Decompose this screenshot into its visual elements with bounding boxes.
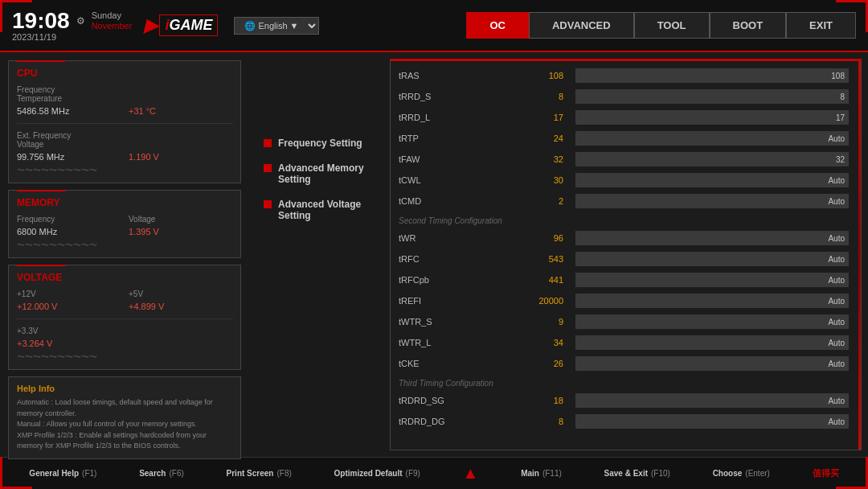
footer-optimized-label: Optimized Default [334, 469, 403, 478]
footer-main-key: (F11) [542, 469, 562, 478]
timing-bar: Auto [575, 194, 849, 208]
table-row[interactable]: tRRD_L 17 17 [399, 107, 849, 128]
v33-label: +3.3V [17, 327, 121, 335]
mem-freq-value: 6800 MHz [17, 227, 121, 236]
footer-help-label: General Help [29, 469, 79, 478]
timing-bar: 8 [575, 89, 849, 104]
corner-tr [836, 0, 868, 32]
nav-advanced-button[interactable]: ADVANCED [529, 12, 634, 39]
cpu-temp-value: +31 °C [129, 106, 232, 116]
timing-value: 441 [511, 275, 575, 285]
footer-choose-label: Choose [713, 469, 743, 478]
timing-value: 2 [511, 196, 575, 206]
cpu-voltage-value: 1.190 V [129, 152, 232, 162]
timing-value: 32 [511, 154, 575, 164]
timing-bar: Auto [575, 414, 849, 429]
header: 19:08 ⚙ Sunday November 2023/11/19 ▶ iGA… [0, 0, 868, 52]
language-selector[interactable]: 🌐 English ▼ 中文 [234, 17, 319, 35]
nav-oc-button[interactable]: OC [466, 12, 529, 39]
table-row[interactable]: tCKE 26 Auto [399, 353, 849, 374]
footer-choose: Choose (Enter) [713, 469, 770, 478]
timing-bar: Auto [575, 314, 849, 329]
sidebar-item-advanced-memory[interactable]: Advanced Memory Setting [257, 158, 382, 190]
timing-bar-value: Auto [828, 360, 845, 368]
timing-value: 24 [511, 134, 575, 143]
timing-bar-value: Auto [828, 255, 845, 264]
date-display: 2023/11/19 [12, 32, 132, 42]
v12-value: +12.000 V [17, 302, 121, 311]
table-row[interactable]: tWTR_L 34 Auto [399, 332, 849, 353]
right-panel[interactable]: tRAS 108 108 tRRD_S 8 8 tRRD_L 17 17 tRT… [390, 59, 862, 450]
timing-name: tCMD [399, 196, 511, 206]
table-row[interactable]: tRAS 108 108 [399, 65, 849, 86]
logo-text: iGAME [159, 14, 218, 36]
timing-name: tRFCpb [399, 275, 511, 285]
timing-value: 30 [511, 175, 575, 185]
timing-value: 18 [511, 396, 575, 405]
month-name: November [92, 21, 133, 31]
nav-boot-button[interactable]: Boot [710, 12, 787, 39]
mem-voltage-label: Voltage [129, 215, 232, 224]
table-row[interactable]: tWTR_S 9 Auto [399, 311, 849, 332]
section-header: Second Timing Configuration [399, 212, 849, 228]
footer: General Help (F1) Search (F6) Print Scre… [0, 457, 868, 489]
timing-bar-value: Auto [828, 276, 845, 285]
left-panel: CPU Frequency Temperature 5486.58 MHz +3… [0, 52, 249, 457]
table-row[interactable]: tRDRD_DG 8 Auto [399, 411, 849, 432]
section-header-text: Second Timing Configuration [399, 216, 502, 225]
cpu-ext-freq-value: 99.756 MHz [17, 152, 121, 162]
section-header: Third Timing Configuration [399, 374, 849, 390]
footer-search-key: (F6) [169, 469, 183, 478]
timing-name: tREFI [399, 296, 511, 306]
footer-choose-key: (Enter) [745, 469, 770, 478]
table-row[interactable]: tRTP 24 Auto [399, 128, 849, 149]
corner-tl [0, 0, 32, 32]
table-row[interactable]: tRRD_S 8 8 [399, 86, 849, 107]
voltage-card: VOLTAGE +12V +5V +12.000 V +4.899 V +3.3… [8, 265, 241, 370]
timing-bar-value: Auto [828, 197, 845, 206]
timing-value: 26 [511, 359, 575, 368]
memory-title: MEMORY [17, 197, 232, 208]
sidebar-item-frequency[interactable]: Frequency Setting [257, 133, 382, 154]
timing-value: 34 [511, 338, 575, 347]
freq-dot [264, 139, 272, 147]
timing-bar: Auto [575, 231, 849, 245]
table-row[interactable]: tCWL 30 Auto [399, 170, 849, 191]
footer-save-key: (F10) [651, 469, 670, 478]
timing-bar-value: Auto [828, 134, 845, 143]
table-row[interactable]: tCMD 2 Auto [399, 191, 849, 212]
timing-name: tCWL [399, 175, 511, 185]
v33-value: +3.264 V [17, 339, 121, 348]
timing-name: tRRD_S [399, 92, 511, 101]
timing-name: tRDRD_SG [399, 396, 511, 405]
table-row[interactable]: tWR 96 Auto [399, 228, 849, 249]
table-row[interactable]: tREFI 20000 Auto [399, 290, 849, 311]
table-row[interactable]: tRDRD_SG 18 Auto [399, 390, 849, 411]
timing-bar: Auto [575, 335, 849, 350]
adv-mem-dot [264, 164, 272, 172]
v5-label: +5V [129, 290, 232, 298]
timing-value: 9 [511, 317, 575, 327]
timing-value: 543 [511, 254, 575, 264]
timing-value: 8 [511, 92, 575, 101]
timing-bar: Auto [575, 356, 849, 371]
timing-value: 108 [511, 71, 575, 80]
cpu-title: CPU [17, 68, 232, 79]
footer-help: General Help (F1) [29, 469, 96, 478]
sidebar-item-advanced-voltage[interactable]: Advanced Voltage Setting [257, 194, 382, 226]
timing-name: tRAS [399, 71, 511, 80]
freq-label: Frequency Setting [278, 138, 362, 149]
timing-name: tWTR_L [399, 338, 511, 347]
timing-name: tWTR_S [399, 317, 511, 327]
table-row[interactable]: tFAW 32 32 [399, 149, 849, 170]
table-row[interactable]: tRFC 543 Auto [399, 249, 849, 269]
timing-bar: Auto [575, 173, 849, 187]
adv-volt-label: Advanced Voltage Setting [278, 199, 375, 221]
table-row[interactable]: tRFCpb 441 Auto [399, 269, 849, 290]
adv-volt-dot [264, 200, 272, 208]
nav-tool-button[interactable]: TOOL [634, 12, 710, 39]
logo-icon: ▶ [144, 15, 158, 36]
footer-help-key: (F1) [82, 469, 96, 478]
cpu-ext-freq-label: Ext. Frequency [17, 131, 121, 140]
timing-bar-value: Auto [828, 176, 845, 185]
